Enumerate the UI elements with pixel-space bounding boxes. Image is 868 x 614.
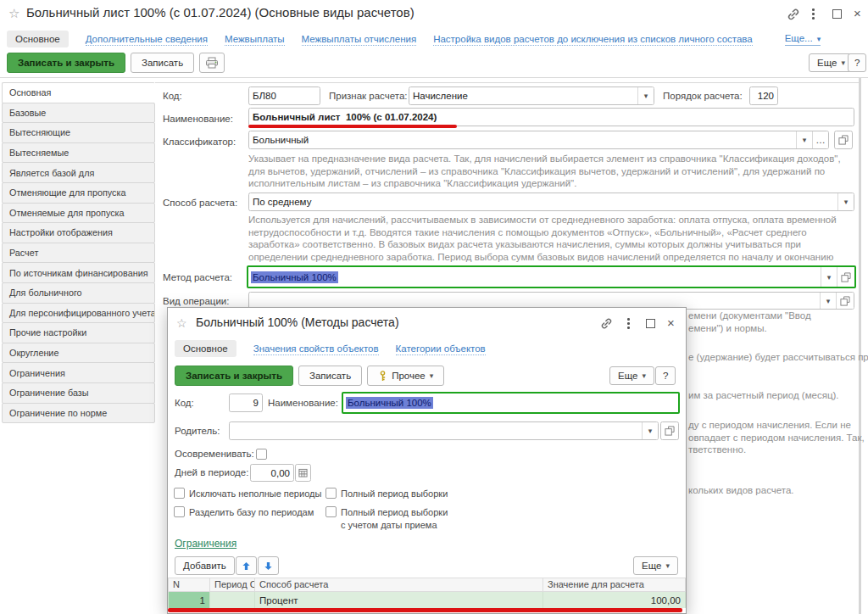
table-row[interactable]: 1 Процент 100,00 [168,592,686,608]
sidebar-item-ogranichenie-bazy[interactable]: Ограничение базы [2,382,155,404]
sidebar-item-okruglenie[interactable]: Округление [2,343,155,364]
chain-icon [787,8,800,21]
move-row-up-button[interactable] [236,556,257,575]
selected-text: Больничный 100% [346,397,433,409]
split-base-by-periods-label: Разделить базу по периодам [189,507,314,517]
sidebar-item-ogranicheniya[interactable]: Ограничения [2,362,155,383]
name-input[interactable]: Больничный лист 100% (с 01.07.2024) [248,108,854,126]
sidebar-item-dlya-bolnichnogo[interactable]: Для больничного [2,282,155,304]
favorite-star-icon[interactable]: ☆ [8,6,19,21]
bg-text-fragment: кольких видов расчета. [688,485,794,495]
open-item-icon[interactable] [836,293,854,309]
sidebar-item-raschet[interactable]: Расчет [2,243,155,264]
modernize-checkbox[interactable] [256,449,267,460]
cell-n[interactable]: 1 [168,592,210,608]
sidebar-item-nastroyki-otobrazheniya[interactable]: Настройки отображения [2,222,155,243]
sidebar-item-osnovnaya[interactable]: Основная [2,82,155,103]
col-header-znachenie[interactable]: Значение для расчета [543,578,686,592]
chevron-down-icon[interactable]: ▾ [642,422,658,439]
cell-sposob[interactable]: Процент [255,592,543,608]
modal-parent-open-button[interactable] [660,421,679,440]
sidebar-item-vytesnyayushchie[interactable]: Вытесняющие [2,122,155,143]
sidebar-item-vytesnyaemye[interactable]: Вытесняемые [2,142,155,164]
help-button[interactable]: ? [848,53,866,72]
move-row-down-button[interactable] [258,556,279,575]
modal-code-input[interactable]: 9 [229,394,263,412]
sidebar-item-otmenyayushchie[interactable]: Отменяющие для пропуска [2,182,155,204]
add-row-button[interactable]: Добавить [175,556,235,575]
nav-link-mezhvyplaty-otchisleniya[interactable]: Межвыплаты отчисления [302,33,417,46]
ellipsis-choose-icon[interactable]: … [812,131,828,148]
nav-link-mezhvyplaty[interactable]: Межвыплаты [225,33,285,46]
classifier-open-button[interactable] [834,131,853,149]
nav-more-button[interactable]: Еще...▾ [785,32,821,46]
restrictions-link[interactable]: Ограничения [175,538,236,550]
method-value[interactable]: Больничный 100% [248,267,821,287]
modal-more-button[interactable]: Еще▾ [609,366,654,385]
modal-parent-select[interactable]: ▾ [229,421,659,440]
col-header-period[interactable]: Период С [210,578,255,592]
full-sampling-period-checkbox[interactable] [326,488,337,499]
sidebar-item-yavlyaetsya-bazoy[interactable]: Является базой для [2,162,155,183]
save-button[interactable]: Записать [131,53,194,73]
col-header-sposob[interactable]: Способ расчета [255,578,543,592]
chevron-down-icon[interactable]: ▾ [837,193,854,210]
modal-nav-link-svoystva[interactable]: Значения свойств объектов [253,343,379,355]
nav-link-dop-svedeniya[interactable]: Дополнительные сведения [86,33,208,46]
maximize-icon[interactable] [832,9,842,19]
table-more-button[interactable]: Еще▾ [633,556,678,575]
sidebar-item-otmenyaemye[interactable]: Отменяемые для пропуска [2,203,155,224]
days-in-period-input[interactable]: 0,00 [250,464,294,482]
chevron-down-icon: ▾ [817,35,821,43]
sidebar-item-ogranichenie-po-norme[interactable]: Ограничение по норме [2,403,155,424]
method-field-highlighted[interactable]: Больничный 100% ▾ [247,265,856,288]
print-button[interactable] [199,53,225,73]
calc-sign-select[interactable]: Начисление ▾ [409,87,654,105]
sidebar-item-prochie-nastroyki[interactable]: Прочие настройки [2,322,155,343]
cell-period[interactable] [210,592,255,608]
copy-link-icon[interactable] [600,317,613,333]
nav-link-nastroyka-vidov[interactable]: Настройка видов расчетов до исключения и… [433,33,753,46]
modal-tab-osnovnoe[interactable]: Основное [175,340,236,357]
main-more-button[interactable]: Еще▾ [809,53,854,72]
classifier-select[interactable]: Больничный ▾ … [248,131,829,149]
chain-icon [600,317,613,330]
maximize-icon[interactable] [646,319,655,328]
sidebar-item-personifitsirovannyy-uchet[interactable]: Для персонифицированного учета [2,303,155,324]
favorite-star-icon[interactable]: ☆ [176,316,187,330]
close-icon[interactable]: × [667,317,675,329]
window-title: Больничный лист 100% (с 01.07.2024) (Осн… [26,5,415,20]
modal-modernize-label: Осовременивать: [175,449,254,459]
days-calendar-button[interactable] [295,464,311,482]
tab-osnovnoe[interactable]: Основное [7,31,69,47]
chevron-down-icon[interactable]: ▾ [821,267,837,287]
open-item-icon [665,426,675,436]
modal-save-button[interactable]: Записать [298,366,362,386]
more-menu-kebab-icon[interactable] [627,318,630,329]
modal-help-button[interactable]: ? [655,366,676,385]
form-right-scrollbar[interactable] [859,78,861,614]
chevron-down-icon[interactable]: ▾ [637,87,654,104]
open-item-icon[interactable] [837,267,854,287]
sidebar-item-istochniki-finansirovaniya[interactable]: По источникам финансирования [2,262,155,283]
modal-nav-link-kategorii[interactable]: Категории объектов [396,343,486,355]
code-input[interactable]: БЛ80 [248,87,320,105]
modal-name-field-highlighted[interactable]: Больничный 100% [342,392,680,414]
calc-order-input[interactable]: 120 [749,87,778,105]
save-and-close-button[interactable]: Записать и закрыть [7,53,125,73]
col-header-n[interactable]: N [168,578,210,592]
sidebar-item-bazovye[interactable]: Базовые [2,103,155,124]
chevron-down-icon[interactable]: ▾ [796,131,812,148]
more-menu-kebab-icon[interactable] [812,8,815,20]
exclude-incomplete-periods-checkbox[interactable] [174,488,185,499]
modal-save-and-close-button[interactable]: Записать и закрыть [175,366,293,386]
full-sampling-hire-date-checkbox[interactable] [326,506,337,517]
chevron-down-icon[interactable]: ▾ [820,293,836,309]
cell-znachenie[interactable]: 100,00 [543,592,686,608]
calc-way-select[interactable]: По среднему ▾ [248,193,854,211]
close-icon[interactable]: × [854,8,861,20]
modal-other-button[interactable]: Прочее ▾ [367,366,444,386]
split-base-by-periods-checkbox[interactable] [174,506,185,517]
arrow-up-icon [242,561,251,571]
copy-link-icon[interactable] [787,8,800,25]
